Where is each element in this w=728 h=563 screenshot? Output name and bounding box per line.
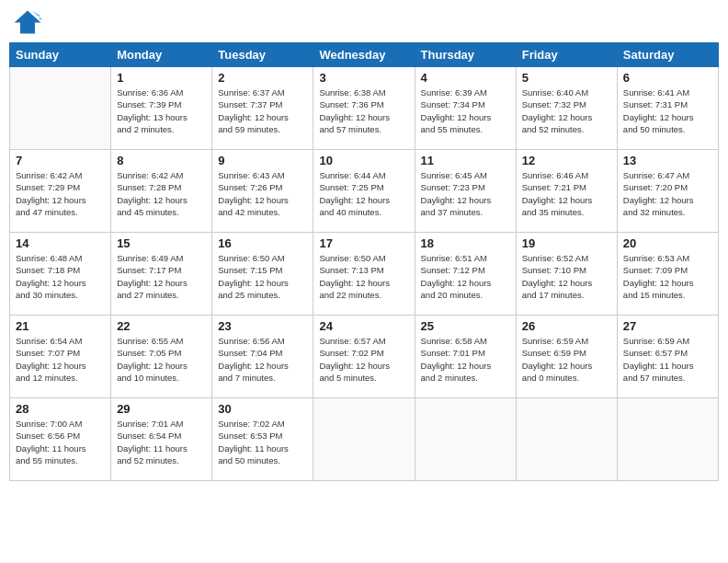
day-info: Sunrise: 6:54 AM Sunset: 7:07 PM Dayligh…: [16, 335, 105, 384]
day-number: 7: [16, 154, 105, 167]
day-info: Sunrise: 6:58 AM Sunset: 7:01 PM Dayligh…: [421, 335, 510, 384]
day-info: Sunrise: 6:51 AM Sunset: 7:12 PM Dayligh…: [421, 252, 510, 301]
day-number: 22: [117, 319, 206, 333]
calendar-cell: 24Sunrise: 6:57 AM Sunset: 7:02 PM Dayli…: [313, 316, 415, 398]
day-info: Sunrise: 6:48 AM Sunset: 7:18 PM Dayligh…: [16, 252, 105, 301]
page-header: [9, 9, 719, 35]
calendar-cell: [313, 398, 415, 481]
calendar-cell: 25Sunrise: 6:58 AM Sunset: 7:01 PM Dayli…: [415, 316, 516, 398]
calendar-cell: 11Sunrise: 6:45 AM Sunset: 7:23 PM Dayli…: [415, 150, 516, 233]
day-number: 28: [16, 402, 105, 416]
calendar-cell: 2Sunrise: 6:37 AM Sunset: 7:37 PM Daylig…: [212, 67, 313, 150]
calendar-cell: 5Sunrise: 6:40 AM Sunset: 7:32 PM Daylig…: [516, 67, 617, 150]
day-info: Sunrise: 6:56 AM Sunset: 7:04 PM Dayligh…: [218, 335, 307, 384]
calendar-week-4: 21Sunrise: 6:54 AM Sunset: 7:07 PM Dayli…: [10, 316, 719, 398]
day-number: 17: [319, 236, 408, 250]
col-header-wednesday: Wednesday: [313, 43, 415, 67]
calendar-week-2: 7Sunrise: 6:42 AM Sunset: 7:29 PM Daylig…: [10, 150, 719, 233]
day-info: Sunrise: 6:39 AM Sunset: 7:34 PM Dayligh…: [421, 86, 510, 135]
day-info: Sunrise: 7:02 AM Sunset: 6:53 PM Dayligh…: [218, 418, 307, 466]
calendar-cell: 28Sunrise: 7:00 AM Sunset: 6:56 PM Dayli…: [10, 398, 111, 481]
day-number: 2: [218, 71, 307, 85]
calendar-cell: 14Sunrise: 6:48 AM Sunset: 7:18 PM Dayli…: [10, 233, 111, 316]
calendar-cell: 22Sunrise: 6:55 AM Sunset: 7:05 PM Dayli…: [111, 316, 212, 398]
calendar-cell: 9Sunrise: 6:43 AM Sunset: 7:26 PM Daylig…: [212, 150, 313, 233]
day-number: 26: [522, 319, 611, 333]
day-info: Sunrise: 6:42 AM Sunset: 7:28 PM Dayligh…: [117, 169, 206, 218]
day-info: Sunrise: 6:37 AM Sunset: 7:37 PM Dayligh…: [218, 86, 307, 135]
col-header-monday: Monday: [111, 43, 212, 67]
day-info: Sunrise: 6:53 AM Sunset: 7:09 PM Dayligh…: [623, 252, 712, 301]
calendar-cell: 13Sunrise: 6:47 AM Sunset: 7:20 PM Dayli…: [617, 150, 718, 233]
day-number: 18: [421, 236, 510, 250]
day-info: Sunrise: 7:01 AM Sunset: 6:54 PM Dayligh…: [117, 418, 206, 466]
day-number: 6: [623, 71, 712, 85]
day-number: 25: [421, 319, 510, 333]
day-info: Sunrise: 6:59 AM Sunset: 6:59 PM Dayligh…: [522, 335, 611, 384]
day-info: Sunrise: 6:36 AM Sunset: 7:39 PM Dayligh…: [117, 86, 206, 135]
day-number: 15: [117, 236, 206, 250]
calendar-cell: 4Sunrise: 6:39 AM Sunset: 7:34 PM Daylig…: [415, 67, 516, 150]
day-info: Sunrise: 6:44 AM Sunset: 7:25 PM Dayligh…: [319, 169, 408, 218]
day-info: Sunrise: 6:49 AM Sunset: 7:17 PM Dayligh…: [117, 252, 206, 301]
day-info: Sunrise: 6:42 AM Sunset: 7:29 PM Dayligh…: [16, 169, 105, 218]
day-info: Sunrise: 6:57 AM Sunset: 7:02 PM Dayligh…: [319, 335, 408, 384]
day-number: 5: [522, 71, 611, 85]
day-number: 1: [117, 71, 206, 85]
day-info: Sunrise: 6:38 AM Sunset: 7:36 PM Dayligh…: [319, 86, 408, 135]
day-info: Sunrise: 6:52 AM Sunset: 7:10 PM Dayligh…: [522, 252, 611, 301]
day-number: 21: [16, 319, 105, 333]
day-info: Sunrise: 6:55 AM Sunset: 7:05 PM Dayligh…: [117, 335, 206, 384]
calendar-cell: 15Sunrise: 6:49 AM Sunset: 7:17 PM Dayli…: [111, 233, 212, 316]
calendar-cell: [617, 398, 718, 481]
day-info: Sunrise: 6:59 AM Sunset: 6:57 PM Dayligh…: [623, 335, 712, 384]
col-header-tuesday: Tuesday: [212, 43, 313, 67]
calendar-cell: [10, 67, 111, 150]
day-info: Sunrise: 6:40 AM Sunset: 7:32 PM Dayligh…: [522, 86, 611, 135]
day-number: 24: [319, 319, 408, 333]
calendar-cell: 8Sunrise: 6:42 AM Sunset: 7:28 PM Daylig…: [111, 150, 212, 233]
calendar-cell: 7Sunrise: 6:42 AM Sunset: 7:29 PM Daylig…: [10, 150, 111, 233]
calendar-header-row: SundayMondayTuesdayWednesdayThursdayFrid…: [10, 43, 719, 67]
calendar-cell: [415, 398, 516, 481]
col-header-friday: Friday: [516, 43, 617, 67]
day-number: 13: [623, 154, 712, 167]
day-number: 27: [623, 319, 712, 333]
calendar-cell: 12Sunrise: 6:46 AM Sunset: 7:21 PM Dayli…: [516, 150, 617, 233]
calendar-cell: 26Sunrise: 6:59 AM Sunset: 6:59 PM Dayli…: [516, 316, 617, 398]
day-info: Sunrise: 6:50 AM Sunset: 7:13 PM Dayligh…: [319, 252, 408, 301]
day-info: Sunrise: 7:00 AM Sunset: 6:56 PM Dayligh…: [16, 418, 105, 466]
calendar-cell: 23Sunrise: 6:56 AM Sunset: 7:04 PM Dayli…: [212, 316, 313, 398]
day-number: 23: [218, 319, 307, 333]
day-info: Sunrise: 6:47 AM Sunset: 7:20 PM Dayligh…: [623, 169, 712, 218]
day-number: 10: [319, 154, 408, 167]
day-number: 11: [421, 154, 510, 167]
day-number: 16: [218, 236, 307, 250]
col-header-saturday: Saturday: [617, 43, 718, 67]
day-info: Sunrise: 6:45 AM Sunset: 7:23 PM Dayligh…: [421, 169, 510, 218]
calendar-cell: 1Sunrise: 6:36 AM Sunset: 7:39 PM Daylig…: [111, 67, 212, 150]
day-number: 3: [319, 71, 408, 85]
calendar-cell: 6Sunrise: 6:41 AM Sunset: 7:31 PM Daylig…: [617, 67, 718, 150]
day-number: 4: [421, 71, 510, 85]
col-header-thursday: Thursday: [415, 43, 516, 67]
calendar-cell: 29Sunrise: 7:01 AM Sunset: 6:54 PM Dayli…: [111, 398, 212, 481]
calendar-week-3: 14Sunrise: 6:48 AM Sunset: 7:18 PM Dayli…: [10, 233, 719, 316]
day-number: 12: [522, 154, 611, 167]
calendar-cell: 21Sunrise: 6:54 AM Sunset: 7:07 PM Dayli…: [10, 316, 111, 398]
calendar-cell: 18Sunrise: 6:51 AM Sunset: 7:12 PM Dayli…: [415, 233, 516, 316]
day-number: 20: [623, 236, 712, 250]
day-info: Sunrise: 6:46 AM Sunset: 7:21 PM Dayligh…: [522, 169, 611, 218]
day-number: 30: [218, 402, 307, 416]
day-number: 19: [522, 236, 611, 250]
day-info: Sunrise: 6:50 AM Sunset: 7:15 PM Dayligh…: [218, 252, 307, 301]
day-number: 8: [117, 154, 206, 167]
calendar-cell: 19Sunrise: 6:52 AM Sunset: 7:10 PM Dayli…: [516, 233, 617, 316]
col-header-sunday: Sunday: [10, 43, 111, 67]
calendar: SundayMondayTuesdayWednesdayThursdayFrid…: [9, 42, 719, 481]
calendar-cell: 10Sunrise: 6:44 AM Sunset: 7:25 PM Dayli…: [313, 150, 415, 233]
calendar-cell: [516, 398, 617, 481]
calendar-cell: 20Sunrise: 6:53 AM Sunset: 7:09 PM Dayli…: [617, 233, 718, 316]
calendar-week-1: 1Sunrise: 6:36 AM Sunset: 7:39 PM Daylig…: [10, 67, 719, 150]
day-info: Sunrise: 6:43 AM Sunset: 7:26 PM Dayligh…: [218, 169, 307, 218]
